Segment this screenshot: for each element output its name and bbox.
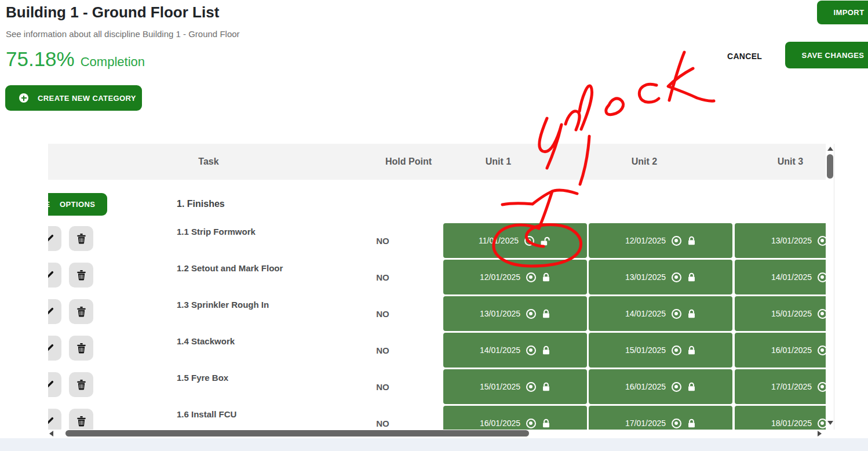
options-button[interactable]: E OPTIONS	[48, 193, 107, 216]
scroll-down-arrow[interactable]	[827, 421, 833, 425]
delete-button[interactable]	[69, 226, 93, 251]
trash-icon	[76, 379, 86, 390]
radio-icon[interactable]	[818, 236, 826, 246]
horizontal-scrollbar[interactable]	[48, 430, 826, 438]
radio-icon[interactable]	[672, 345, 681, 355]
lock-toggle[interactable]	[687, 419, 696, 428]
edit-button[interactable]	[48, 409, 61, 430]
lock-toggle[interactable]	[542, 309, 550, 319]
category-label: 1. Finishes	[177, 199, 225, 209]
category-row: E OPTIONS 1. Finishes	[48, 191, 826, 223]
radio-icon[interactable]	[526, 345, 536, 355]
table-scroll-area: Task Hold Point Unit 1 Unit 2 Unit 3 E O…	[48, 144, 826, 430]
table-row: 1.3 Sprinkler Rough In NO 13/01/2025 14/…	[48, 296, 826, 331]
radio-icon[interactable]	[672, 419, 681, 428]
unit1-date-cell[interactable]: 16/01/2025	[443, 406, 587, 430]
lock-toggle[interactable]	[542, 272, 550, 282]
vertical-scrollbar[interactable]	[826, 144, 834, 430]
unit-date: 14/01/2025	[625, 309, 666, 318]
unit2-date-cell[interactable]: 13/01/2025	[589, 260, 732, 294]
header-unit-1: Unit 1	[469, 144, 527, 180]
edit-button[interactable]	[48, 226, 61, 251]
unit2-date-cell[interactable]: 16/01/2025	[589, 369, 732, 404]
unit1-date-cell[interactable]: 13/01/2025	[443, 296, 587, 331]
unit-date: 16/01/2025	[771, 345, 812, 355]
unit3-date-cell[interactable]: 17/01/2025	[735, 369, 826, 404]
lock-toggle[interactable]	[687, 382, 696, 392]
delete-button[interactable]	[69, 299, 93, 324]
radio-icon[interactable]	[526, 419, 536, 428]
unit3-date-cell[interactable]: 15/01/2025	[735, 296, 826, 331]
unit-date: 14/01/2025	[480, 345, 520, 355]
lock-toggle[interactable]	[542, 419, 550, 428]
delete-button[interactable]	[69, 409, 93, 430]
unit-date: 17/01/2025	[625, 419, 666, 428]
hold-point-value: NO	[361, 223, 404, 258]
edit-button[interactable]	[48, 299, 61, 324]
unit2-date-cell[interactable]: 15/01/2025	[589, 333, 732, 368]
create-new-category-button[interactable]: CREATE NEW CATEGORY	[5, 85, 142, 111]
edit-button[interactable]	[48, 372, 61, 397]
lock-toggle[interactable]	[687, 345, 696, 355]
unit1-date-cell[interactable]: 15/01/2025	[443, 369, 587, 404]
delete-button[interactable]	[69, 336, 93, 361]
unit3-date-cell[interactable]: 16/01/2025	[735, 333, 826, 368]
unit2-date-cell[interactable]: 12/01/2025	[589, 223, 732, 258]
radio-icon[interactable]	[818, 382, 826, 392]
radio-icon[interactable]	[672, 272, 681, 282]
lock-icon	[687, 236, 696, 246]
unit-date: 16/01/2025	[480, 419, 520, 428]
lock-toggle[interactable]	[542, 345, 550, 355]
unit3-date-cell[interactable]: 13/01/2025	[735, 223, 826, 258]
radio-icon[interactable]	[672, 382, 681, 392]
lock-toggle[interactable]	[542, 382, 550, 392]
radio-icon[interactable]	[526, 382, 536, 392]
unit2-date-cell[interactable]: 14/01/2025	[589, 296, 732, 331]
lock-icon	[687, 272, 696, 282]
radio-icon[interactable]	[526, 309, 536, 319]
unit3-date-cell[interactable]: 18/01/2025	[735, 406, 826, 430]
header-task: Task	[180, 144, 238, 180]
cancel-button[interactable]: CANCEL	[727, 52, 762, 61]
hold-point-value: NO	[361, 260, 404, 294]
radio-icon[interactable]	[672, 236, 681, 246]
lock-toggle[interactable]	[540, 236, 552, 246]
hold-point-value: NO	[361, 369, 404, 404]
unit2-date-cell[interactable]: 17/01/2025	[589, 406, 732, 430]
lock-toggle[interactable]	[687, 272, 696, 282]
delete-button[interactable]	[69, 263, 93, 288]
unit1-date-cell[interactable]: 14/01/2025	[443, 333, 587, 368]
unit1-date-cell[interactable]: 12/01/2025	[443, 260, 587, 294]
horizontal-scroll-thumb[interactable]	[65, 430, 529, 437]
unit1-date-cell[interactable]: 11/01/2025	[443, 223, 587, 258]
lock-icon	[687, 345, 696, 355]
unit-date: 16/01/2025	[625, 382, 666, 391]
pencil-icon	[48, 416, 54, 426]
footer-strip	[0, 438, 868, 451]
scroll-up-arrow[interactable]	[827, 147, 833, 151]
edit-button[interactable]	[48, 263, 61, 288]
unit3-date-cell[interactable]: 14/01/2025	[735, 260, 826, 294]
lock-toggle[interactable]	[687, 236, 696, 246]
completion-label: Completion	[81, 54, 145, 69]
scroll-right-arrow[interactable]	[818, 431, 822, 437]
table-row: 1.5 Fyre Box NO 15/01/2025 16/01/2025 17…	[48, 369, 826, 404]
scroll-left-arrow[interactable]	[49, 431, 53, 437]
save-changes-button[interactable]: SAVE CHANGES	[785, 42, 868, 68]
hold-point-value: NO	[361, 406, 404, 430]
lock-toggle[interactable]	[687, 309, 696, 319]
lock-icon	[542, 419, 550, 428]
delete-button[interactable]	[69, 372, 93, 397]
vertical-scroll-thumb[interactable]	[827, 154, 833, 179]
lock-icon	[542, 309, 550, 319]
radio-icon[interactable]	[818, 345, 826, 355]
edit-button[interactable]	[48, 336, 61, 361]
radio-icon[interactable]	[818, 419, 826, 428]
radio-icon[interactable]	[526, 272, 536, 282]
import-button[interactable]: IMPORT	[817, 1, 868, 24]
radio-icon[interactable]	[818, 309, 826, 319]
radio-icon[interactable]	[524, 236, 534, 246]
header-unit-2: Unit 2	[615, 144, 673, 180]
radio-icon[interactable]	[818, 272, 826, 282]
radio-icon[interactable]	[672, 309, 681, 319]
